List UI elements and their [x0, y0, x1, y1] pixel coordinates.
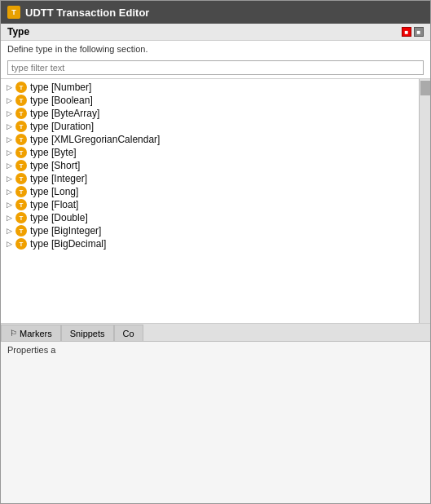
type-icon: T: [15, 82, 27, 93]
panel-section: Define type in the following section.: [1, 41, 430, 79]
tree-item-label: type [BigDecimal]: [30, 238, 106, 250]
title-icon: T: [7, 6, 20, 19]
type-icon: T: [15, 225, 27, 237]
window-title: UDTT Transaction Editor: [25, 7, 149, 19]
tree-expand-icon: ▷: [4, 135, 14, 144]
type-icon: T: [15, 121, 27, 132]
type-icon: T: [15, 199, 27, 210]
tree-expand-icon: ▷: [4, 239, 14, 249]
bottom-area: ⚐ Markers Snippets Co Properties a: [1, 324, 430, 503]
tree-item[interactable]: ▷ T type [Short]: [1, 159, 430, 172]
tree-item-label: type [Number]: [30, 82, 91, 93]
tree-item-label: type [Byte]: [30, 147, 77, 158]
tree-item-label: type [Long]: [30, 186, 78, 197]
maximize-button[interactable]: ■: [414, 27, 424, 37]
type-icon: T: [15, 212, 27, 223]
tree-list: ▷ T type [Number] ▷ T type [Boolean] ▷ T…: [1, 79, 430, 323]
type-icon: T: [15, 134, 27, 145]
tree-item[interactable]: ▷ T type [Long]: [1, 185, 430, 198]
tree-item[interactable]: ▷ T type [Number]: [1, 81, 430, 94]
type-icon: T: [15, 147, 27, 158]
tree-item[interactable]: ▷ T type [Integer]: [1, 172, 430, 185]
tree-item-label: type [Boolean]: [30, 95, 93, 106]
type-icon: T: [15, 238, 27, 250]
type-icon: T: [15, 173, 27, 184]
tree-item-label: type [Duration]: [30, 121, 94, 132]
panel-header: Type ■ ■: [1, 24, 430, 41]
type-icon: T: [15, 160, 27, 171]
tree-expand-icon: ▷: [4, 122, 14, 131]
tree-item[interactable]: ▷ T type [ByteArray]: [1, 107, 430, 120]
tree-container: ▷ T type [Number] ▷ T type [Boolean] ▷ T…: [1, 79, 430, 324]
type-icon: T: [15, 95, 27, 106]
tree-item-label: type [BigInteger]: [30, 225, 101, 237]
tree-expand-icon: ▷: [4, 213, 14, 223]
tree-item-label: type [ByteArray]: [30, 108, 99, 119]
tree-expand-icon: ▷: [4, 161, 14, 170]
tree-item-label: type [Double]: [30, 212, 88, 223]
tree-item-label: type [Short]: [30, 160, 80, 171]
tree-item[interactable]: ▷ T type [Float]: [1, 198, 430, 211]
tree-item[interactable]: ▷ T type [Duration]: [1, 120, 430, 133]
tree-item[interactable]: ▷ T type [BigDecimal]: [1, 237, 430, 250]
tree-item-label: type [Integer]: [30, 173, 87, 184]
panel-controls: ■ ■: [402, 27, 424, 37]
tree-item[interactable]: ▷ T type [Byte]: [1, 146, 430, 159]
tree-item-label: type [XMLGregorianCalendar]: [30, 134, 160, 145]
main-window: T UDTT Transaction Editor Type ■ ■ Defin…: [0, 0, 431, 504]
panel-title: Type: [7, 26, 29, 38]
minimize-button[interactable]: ■: [402, 27, 411, 37]
tree-expand-icon: ▷: [4, 82, 14, 92]
tree-expand-icon: ▷: [4, 187, 14, 197]
tree-item-label: type [Float]: [30, 199, 78, 210]
tree-item[interactable]: ▷ T type [Boolean]: [1, 94, 430, 107]
type-filter-input[interactable]: [7, 60, 424, 75]
tree-item[interactable]: ▷ T type [BigInteger]: [1, 224, 430, 237]
tree-expand-icon: ▷: [4, 95, 14, 105]
tree-expand-icon: ▷: [4, 200, 14, 210]
tree-expand-icon: ▷: [4, 174, 14, 183]
tree-expand-icon: ▷: [4, 108, 14, 118]
tree-item[interactable]: ▷ T type [XMLGregorianCalendar]: [1, 133, 430, 146]
type-icon: T: [15, 186, 27, 197]
type-icon: T: [15, 108, 27, 119]
context-menu-overlay: New Child ▶ T Field Type T KColl Type: [1, 324, 430, 503]
title-bar: T UDTT Transaction Editor: [1, 1, 430, 24]
panel-description: Define type in the following section.: [1, 41, 430, 57]
tree-expand-icon: ▷: [4, 148, 14, 157]
tree-item[interactable]: ▷ T type [Double]: [1, 211, 430, 224]
tree-expand-icon: ▷: [4, 226, 14, 236]
